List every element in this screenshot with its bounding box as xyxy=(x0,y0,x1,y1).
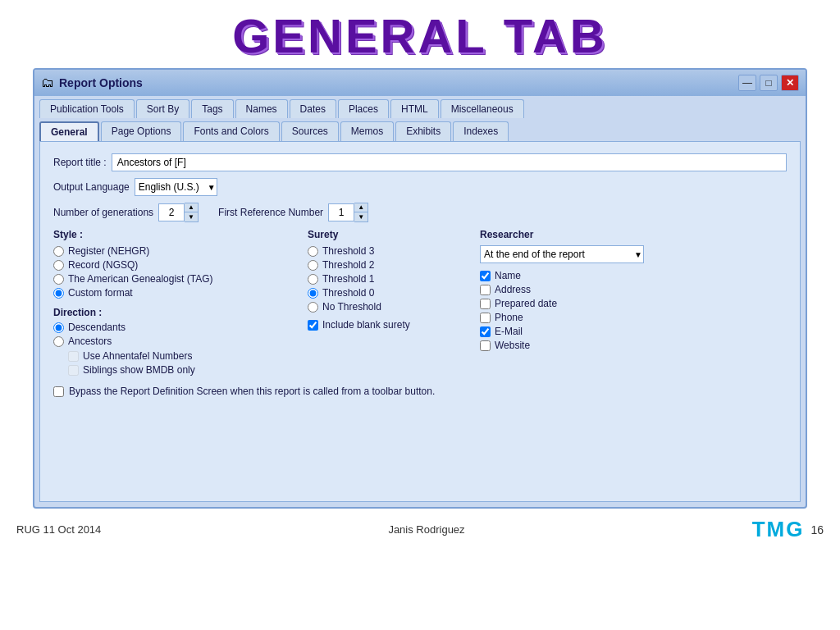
content-area: Report title : Output Language English (… xyxy=(39,141,801,502)
surety-threshold0[interactable]: Threshold 0 xyxy=(308,287,472,299)
output-language-select[interactable]: English (U.S.) xyxy=(135,178,217,196)
report-options-window: 🗂 Report Options — □ ✕ Publication Tools… xyxy=(33,68,807,509)
generations-spinner: ▲ ▼ xyxy=(158,203,199,222)
researcher-email-checkbox[interactable] xyxy=(480,326,491,337)
researcher-header: Researcher xyxy=(480,229,787,240)
tab-sort-by[interactable]: Sort By xyxy=(136,99,189,118)
direction-sub-options: Use Ahnentafel Numbers Siblings show BMD… xyxy=(68,350,299,376)
surety-header: Surety xyxy=(308,229,472,240)
direction-ancestors[interactable]: Ancestors xyxy=(53,336,299,347)
window-icon: 🗂 xyxy=(41,75,54,90)
researcher-address[interactable]: Address xyxy=(480,284,787,295)
researcher-name-label: Name xyxy=(495,270,521,281)
direction-header: Direction : xyxy=(53,307,299,318)
style-record-radio[interactable] xyxy=(53,260,64,271)
researcher-name-checkbox[interactable] xyxy=(480,271,491,281)
researcher-position-select[interactable]: At the end of the report xyxy=(480,245,644,263)
first-ref-up-button[interactable]: ▲ xyxy=(354,203,368,212)
researcher-name[interactable]: Name xyxy=(480,270,787,281)
surety-column: Surety Threshold 3 Threshold 2 Threshold… xyxy=(308,229,472,376)
tab-html[interactable]: HTML xyxy=(390,99,439,118)
include-blank-surety-checkbox[interactable] xyxy=(308,320,318,331)
surety-radio-group: Threshold 3 Threshold 2 Threshold 1 Thre… xyxy=(308,245,472,313)
page-title: GENERAL TAB xyxy=(0,0,840,68)
tab-exhibits[interactable]: Exhibits xyxy=(395,121,451,141)
close-button[interactable]: ✕ xyxy=(781,75,799,91)
direction-ancestors-radio[interactable] xyxy=(53,336,64,347)
surety-threshold3-label: Threshold 3 xyxy=(322,245,374,257)
style-custom[interactable]: Custom format xyxy=(53,287,299,299)
direction-radio-group: Descendants Ancestors xyxy=(53,322,299,347)
report-title-row: Report title : xyxy=(53,153,787,171)
researcher-checkboxes: Name Address Prepared date Phone xyxy=(480,270,787,351)
page-number: 16 xyxy=(810,523,824,536)
first-ref-label: First Reference Number xyxy=(218,207,323,218)
style-header: Style : xyxy=(53,229,299,240)
footer-date: RUG 11 Oct 2014 xyxy=(16,523,101,536)
surety-threshold1-label: Threshold 1 xyxy=(322,273,374,285)
tab-names[interactable]: Names xyxy=(235,99,288,118)
surety-threshold1[interactable]: Threshold 1 xyxy=(308,273,472,285)
generations-row: Number of generations ▲ ▼ First Referenc… xyxy=(53,203,787,222)
tab-dates[interactable]: Dates xyxy=(290,99,336,118)
tab-sources[interactable]: Sources xyxy=(281,121,339,141)
style-column: Style : Register (NEHGR) Record (NGSQ) T… xyxy=(53,229,299,376)
generations-down-button[interactable]: ▼ xyxy=(185,212,198,221)
style-record[interactable]: Record (NGSQ) xyxy=(53,259,299,271)
style-register-radio[interactable] xyxy=(53,246,64,257)
surety-no-threshold[interactable]: No Threshold xyxy=(308,301,472,313)
window-title: Report Options xyxy=(59,76,143,89)
direction-descendants-radio[interactable] xyxy=(53,322,64,333)
researcher-prepared-date-checkbox[interactable] xyxy=(480,299,491,309)
style-tag[interactable]: The American Genealogist (TAG) xyxy=(53,273,299,285)
output-language-label: Output Language xyxy=(53,181,130,193)
surety-threshold0-radio[interactable] xyxy=(308,288,318,299)
researcher-column: Researcher At the end of the report ▼ Na… xyxy=(480,229,787,376)
researcher-website[interactable]: Website xyxy=(480,340,787,351)
report-title-label: Report title : xyxy=(53,157,107,168)
output-language-select-wrapper: English (U.S.) ▼ xyxy=(135,178,217,196)
researcher-email-label: E-Mail xyxy=(495,326,523,337)
tab-publication-tools[interactable]: Publication Tools xyxy=(39,99,135,118)
researcher-phone[interactable]: Phone xyxy=(480,312,787,323)
minimize-button[interactable]: — xyxy=(738,75,756,91)
style-custom-radio[interactable] xyxy=(53,288,64,299)
surety-no-threshold-radio[interactable] xyxy=(308,302,318,313)
researcher-website-label: Website xyxy=(495,340,530,351)
siblings-bmdb-checkbox xyxy=(68,365,79,376)
generations-label: Number of generations xyxy=(53,207,153,218)
researcher-address-label: Address xyxy=(495,284,531,295)
tab-memos[interactable]: Memos xyxy=(340,121,394,141)
researcher-website-checkbox[interactable] xyxy=(480,340,491,351)
surety-threshold3[interactable]: Threshold 3 xyxy=(308,245,472,257)
style-custom-label: Custom format xyxy=(68,287,133,299)
direction-descendants[interactable]: Descendants xyxy=(53,322,299,333)
style-register[interactable]: Register (NEHGR) xyxy=(53,245,299,257)
first-ref-input[interactable] xyxy=(328,203,354,221)
surety-threshold3-radio[interactable] xyxy=(308,246,318,257)
tab-fonts-colors[interactable]: Fonts and Colors xyxy=(183,121,279,141)
researcher-address-checkbox[interactable] xyxy=(480,285,491,295)
researcher-prepared-date[interactable]: Prepared date xyxy=(480,298,787,309)
maximize-button[interactable]: □ xyxy=(760,75,778,91)
bypass-screen-checkbox[interactable] xyxy=(53,386,64,397)
surety-threshold2-radio[interactable] xyxy=(308,260,318,271)
researcher-email[interactable]: E-Mail xyxy=(480,326,787,337)
surety-threshold2[interactable]: Threshold 2 xyxy=(308,259,472,271)
tab-tags[interactable]: Tags xyxy=(191,99,233,118)
tab-general[interactable]: General xyxy=(39,121,99,141)
first-ref-down-button[interactable]: ▼ xyxy=(354,212,368,221)
tab-miscellaneous[interactable]: Miscellaneous xyxy=(441,99,524,118)
generations-up-button[interactable]: ▲ xyxy=(185,203,198,212)
tab-page-options[interactable]: Page Options xyxy=(101,121,182,141)
tab-indexes[interactable]: Indexes xyxy=(453,121,509,141)
use-ahnentafel-checkbox xyxy=(68,351,79,362)
report-title-input[interactable] xyxy=(112,153,787,171)
style-tag-radio[interactable] xyxy=(53,274,64,285)
include-blank-surety[interactable]: Include blank surety xyxy=(308,319,472,331)
generations-input[interactable] xyxy=(158,203,185,221)
researcher-phone-checkbox[interactable] xyxy=(480,313,491,323)
tab-places[interactable]: Places xyxy=(338,99,389,118)
style-radio-group: Register (NEHGR) Record (NGSQ) The Ameri… xyxy=(53,245,299,299)
surety-threshold1-radio[interactable] xyxy=(308,274,318,285)
